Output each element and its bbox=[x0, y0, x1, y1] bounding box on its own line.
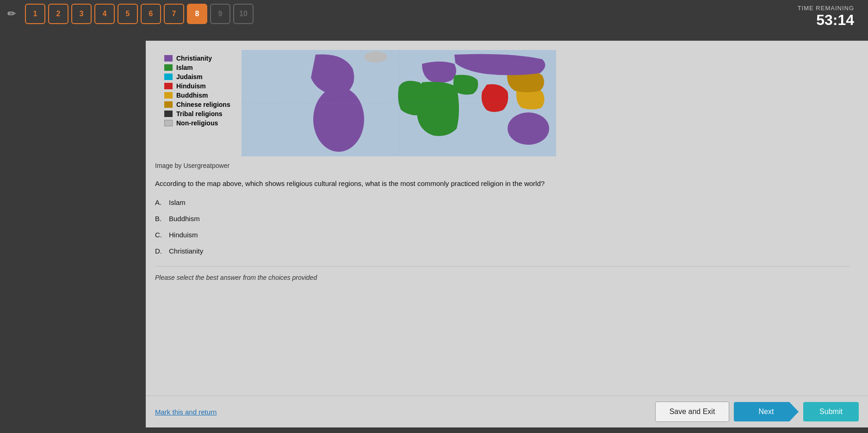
legend-tribal: Tribal religions bbox=[164, 110, 230, 118]
question-text: According to the map above, which shows … bbox=[155, 179, 618, 189]
option-d-text: Christianity bbox=[169, 247, 203, 255]
option-d[interactable]: D. Christianity bbox=[155, 245, 849, 257]
legend-judaism: Judaism bbox=[164, 73, 230, 80]
time-label: TIME REMAINING bbox=[798, 5, 854, 12]
time-value: 53:14 bbox=[798, 12, 854, 29]
legend-label-hinduism: Hinduism bbox=[176, 82, 206, 90]
map-visual bbox=[242, 50, 556, 156]
option-b-label: B. bbox=[155, 215, 169, 223]
legend-buddhism: Buddhism bbox=[164, 92, 230, 99]
scroll-area[interactable]: Christianity Islam Judaism Hinduism Budd… bbox=[146, 41, 868, 396]
legend-color-christianity bbox=[164, 55, 173, 62]
question-btn-2[interactable]: 2 bbox=[48, 4, 68, 24]
legend-color-nonreligious bbox=[164, 120, 173, 126]
submit-button[interactable]: Submit bbox=[803, 402, 859, 421]
legend-color-chinese bbox=[164, 101, 173, 108]
option-a-label: A. bbox=[155, 198, 169, 206]
map-container: Christianity Islam Judaism Hinduism Budd… bbox=[155, 50, 849, 156]
question-btn-8[interactable]: 8 bbox=[187, 4, 207, 24]
legend-color-buddhism bbox=[164, 92, 173, 99]
legend-chinese: Chinese religions bbox=[164, 101, 230, 108]
legend-label-buddhism: Buddhism bbox=[176, 92, 208, 99]
legend-nonreligious: Non-religious bbox=[164, 119, 230, 127]
question-nav: 1 2 3 4 5 6 7 8 9 10 bbox=[25, 4, 254, 24]
instruction-text: Please select the best answer from the c… bbox=[155, 266, 849, 281]
option-a[interactable]: A. Islam bbox=[155, 197, 849, 208]
bottom-bar: Mark this and return Save and Exit Next … bbox=[146, 396, 868, 427]
legend-color-judaism bbox=[164, 74, 173, 80]
option-c[interactable]: C. Hinduism bbox=[155, 229, 849, 241]
legend-label-islam: Islam bbox=[176, 64, 193, 71]
legend-color-tribal bbox=[164, 111, 173, 117]
pencil-icon[interactable]: ✏ bbox=[7, 8, 16, 20]
option-c-label: C. bbox=[155, 231, 169, 239]
legend-label-nonreligious: Non-religious bbox=[176, 119, 218, 127]
option-c-text: Hinduism bbox=[169, 231, 198, 239]
svg-point-3 bbox=[364, 51, 387, 62]
svg-point-1 bbox=[313, 87, 364, 152]
question-btn-3[interactable]: 3 bbox=[71, 4, 92, 24]
legend-label-christianity: Christianity bbox=[176, 55, 212, 62]
time-display: TIME REMAINING 53:14 bbox=[798, 5, 854, 29]
map-legend: Christianity Islam Judaism Hinduism Budd… bbox=[155, 50, 240, 133]
world-map-svg bbox=[242, 50, 556, 156]
legend-christianity: Christianity bbox=[164, 55, 230, 62]
question-btn-5[interactable]: 5 bbox=[118, 4, 138, 24]
question-btn-1[interactable]: 1 bbox=[25, 4, 45, 24]
mark-return-link[interactable]: Mark this and return bbox=[155, 408, 217, 416]
legend-label-chinese: Chinese religions bbox=[176, 101, 230, 108]
legend-label-judaism: Judaism bbox=[176, 73, 203, 80]
toolbar-row1: ✏ 1 2 3 4 5 6 7 8 9 10 TIME REMAINING 53… bbox=[0, 0, 868, 28]
main-content: Christianity Islam Judaism Hinduism Budd… bbox=[146, 41, 868, 427]
option-a-text: Islam bbox=[169, 198, 186, 206]
legend-color-hinduism bbox=[164, 83, 173, 89]
bottom-buttons: Save and Exit Next Submit bbox=[655, 402, 859, 422]
left-sidebar bbox=[0, 0, 146, 433]
image-credit: Image by Usergreatpower bbox=[155, 162, 849, 169]
legend-color-islam bbox=[164, 64, 173, 71]
option-b[interactable]: B. Buddhism bbox=[155, 213, 849, 224]
option-d-label: D. bbox=[155, 247, 169, 255]
svg-point-2 bbox=[508, 112, 549, 145]
save-exit-button[interactable]: Save and Exit bbox=[655, 402, 729, 422]
question-btn-4[interactable]: 4 bbox=[94, 4, 115, 24]
question-btn-10[interactable]: 10 bbox=[233, 4, 254, 24]
question-btn-9[interactable]: 9 bbox=[210, 4, 230, 24]
question-btn-6[interactable]: 6 bbox=[141, 4, 161, 24]
legend-islam: Islam bbox=[164, 64, 230, 71]
legend-hinduism: Hinduism bbox=[164, 82, 230, 90]
legend-label-tribal: Tribal religions bbox=[176, 110, 223, 118]
answer-options: A. Islam B. Buddhism C. Hinduism D. Chri… bbox=[155, 197, 849, 257]
next-button[interactable]: Next bbox=[734, 402, 799, 421]
question-btn-7[interactable]: 7 bbox=[164, 4, 184, 24]
option-b-text: Buddhism bbox=[169, 215, 200, 223]
